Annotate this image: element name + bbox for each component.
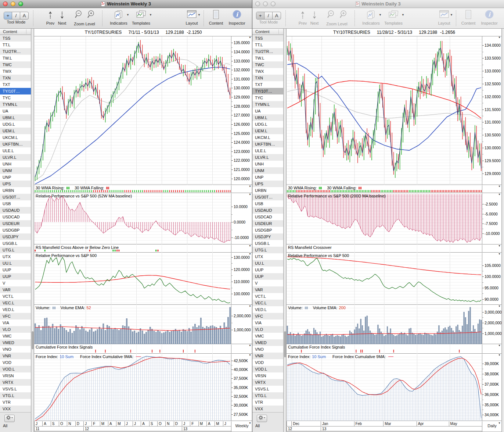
sidebar-item-usdjpy[interactable]: USDJPY [0, 233, 31, 240]
sidebar-item-urbn[interactable]: URBN [252, 187, 283, 194]
zoom-button[interactable] [271, 1, 276, 6]
sidebar-item-vfc[interactable]: VFC [0, 313, 31, 319]
sidebar-item-vsvs-l[interactable]: VSVS.L [0, 386, 31, 392]
sidebar-item-vec-l[interactable]: VEC.L [252, 300, 283, 306]
close-button[interactable] [255, 1, 260, 6]
sidebar-item-twc[interactable]: TWC [252, 61, 283, 68]
sidebar-item-var[interactable]: VAR [0, 286, 31, 293]
sidebar-item-tymn-l[interactable]: TYMN.L [252, 101, 283, 108]
sidebar-item-usgb-l[interactable]: USGB.L [252, 240, 283, 247]
sidebar-item-uup[interactable]: UUP [252, 273, 283, 280]
sidebar-item-usdjpy[interactable]: USDJPY [252, 233, 283, 240]
sidebar-item-tyc[interactable]: TYC [252, 94, 283, 101]
panel-options-disclosure[interactable]: ▼ [249, 244, 251, 247]
panel-options-disclosure[interactable]: ▼ [249, 185, 251, 188]
timeframe-disclosure[interactable]: ▼ [249, 422, 251, 424]
sidebar-scrollbar[interactable] [283, 29, 286, 432]
sidebar-item-tw-l[interactable]: TW.L [0, 55, 31, 61]
sidebar-item-urbn[interactable]: URBN [0, 187, 31, 194]
sidebar-item-ups[interactable]: UPS [0, 181, 31, 187]
prev-button[interactable]: Prev [45, 10, 56, 25]
sidebar-item-uu-l[interactable]: UU.L [0, 260, 31, 267]
templates-button[interactable]: ▼ Templates [382, 10, 405, 25]
panel-options-disclosure[interactable]: ▼ [498, 185, 501, 188]
panel-options-disclosure[interactable]: ▼ [249, 354, 251, 356]
sidebar-item-usdgbp[interactable]: USDGBP [252, 227, 283, 233]
sidebar-item-vnr[interactable]: VNR [252, 353, 283, 359]
sidebar-item-udg-l[interactable]: UDG.L [0, 121, 31, 128]
layout-button[interactable]: ▼ Layout [182, 10, 201, 25]
sidebar-item-vod-l[interactable]: VOD.L [252, 366, 283, 372]
zoom-button[interactable] [18, 1, 23, 6]
sidebar-item-vmed[interactable]: VMED [252, 339, 283, 346]
sidebar-item-usdeur[interactable]: USDEUR [252, 220, 283, 227]
sidebar-item-vrtx[interactable]: VRTX [0, 379, 31, 386]
sidebar-item-utx[interactable]: UTX [0, 253, 31, 260]
panel-options-disclosure[interactable]: ▼ [498, 354, 501, 356]
tool-trendline-button[interactable]: / [264, 12, 273, 19]
minimize-button[interactable] [263, 1, 268, 6]
sidebar-item-vrtx[interactable]: VRTX [252, 379, 283, 386]
zoom-out-button[interactable] [325, 10, 336, 21]
zoom-out-button[interactable] [73, 10, 84, 21]
inspector-button[interactable]: i Inspector [478, 10, 501, 25]
sidebar-item-twx[interactable]: TWX [252, 68, 283, 75]
sidebar-scrollbar[interactable] [31, 29, 34, 432]
window-scrollbar-track[interactable] [501, 29, 504, 432]
sidebar-item-ulvr-l[interactable]: ULVR.L [252, 154, 283, 161]
sidebar-item-vmc[interactable]: VMC [252, 333, 283, 339]
sidebar-item-v[interactable]: V [252, 280, 283, 286]
tool-crosshair-button[interactable]: + [256, 12, 264, 19]
sidebar-item-vmed[interactable]: VMED [0, 339, 31, 346]
sidebar-item-vnr[interactable]: VNR [0, 353, 31, 359]
indicators-button[interactable]: ▼ Indicators [107, 10, 130, 25]
sidebar-item-ups[interactable]: UPS [252, 181, 283, 187]
sidebar-item-uem-l[interactable]: UEM.L [252, 128, 283, 134]
content-button[interactable]: Content [460, 10, 477, 25]
panel-options-disclosure[interactable]: ▼ [498, 36, 501, 39]
sidebar-item-txt[interactable]: TXT [0, 81, 31, 88]
sidebar-item-vno[interactable]: VNO [0, 346, 31, 353]
sidebar-item-vod[interactable]: VOD [0, 359, 31, 366]
templates-button[interactable]: ▼ Templates [129, 10, 153, 25]
action-gear-button[interactable] [257, 415, 267, 422]
sidebar-item-tss[interactable]: TSS [252, 35, 283, 42]
sidebar-item-vec-l[interactable]: VEC.L [0, 300, 31, 306]
sidebar-item-usdgbp[interactable]: USDGBP [0, 227, 31, 233]
sidebar-item-ule-l[interactable]: ULE.L [252, 147, 283, 154]
next-button[interactable]: Next [57, 10, 68, 25]
panel-options-disclosure[interactable]: ▼ [249, 344, 251, 347]
sidebar-item-vtr[interactable]: VTR [252, 399, 283, 406]
sidebar-item-unp[interactable]: UNP [252, 174, 283, 181]
sidebar-item-ule-l[interactable]: ULE.L [0, 147, 31, 154]
sidebar-item-usdcad[interactable]: USDCAD [252, 214, 283, 220]
indicators-button[interactable]: ▼ Indicators [360, 10, 382, 25]
sidebar-item-ukftbn-[interactable]: UKFTBN… [0, 141, 31, 147]
sidebar-item-vrsn[interactable]: VRSN [252, 372, 283, 379]
sidebar-item-txt[interactable]: TXT [252, 81, 283, 88]
tool-text-button[interactable]: A [20, 12, 28, 19]
sidebar-item-vrsn[interactable]: VRSN [0, 372, 31, 379]
tool-trendline-button[interactable]: / [12, 12, 20, 19]
next-button[interactable]: Next [309, 10, 320, 25]
sidebar-item-via[interactable]: VIA [0, 319, 31, 326]
sidebar-item-utg-l[interactable]: UTG.L [252, 247, 283, 253]
sidebar-header[interactable]: Content [252, 29, 283, 35]
sidebar-item-vsvs-l[interactable]: VSVS.L [252, 386, 283, 392]
sidebar-item-ua[interactable]: UA [252, 108, 283, 114]
titlebar[interactable]: Weinstein Daily 3 [252, 0, 504, 8]
panel-options-disclosure[interactable]: ▼ [249, 36, 251, 39]
panel-options-disclosure[interactable]: ▼ [498, 193, 501, 196]
filter-all-label[interactable]: All [3, 424, 7, 428]
sidebar-item-usgb-l[interactable]: USGB.L [0, 240, 31, 247]
sidebar-item-unp[interactable]: UNP [0, 174, 31, 181]
sidebar-item-vmc[interactable]: VMC [0, 333, 31, 339]
sidebar-item-usdeur[interactable]: USDEUR [0, 220, 31, 227]
sidebar-item-vno[interactable]: VNO [252, 346, 283, 353]
sidebar-item-usdaud[interactable]: USDAUD [0, 207, 31, 214]
sidebar-item-tyc[interactable]: TYC [0, 94, 31, 101]
sidebar-item-usb[interactable]: USB [0, 200, 31, 207]
prev-button[interactable]: Prev [297, 10, 308, 25]
sidebar-item-tw-l[interactable]: TW.L [252, 55, 283, 61]
sidebar-item-tymn-l[interactable]: TYMN.L [0, 101, 31, 108]
